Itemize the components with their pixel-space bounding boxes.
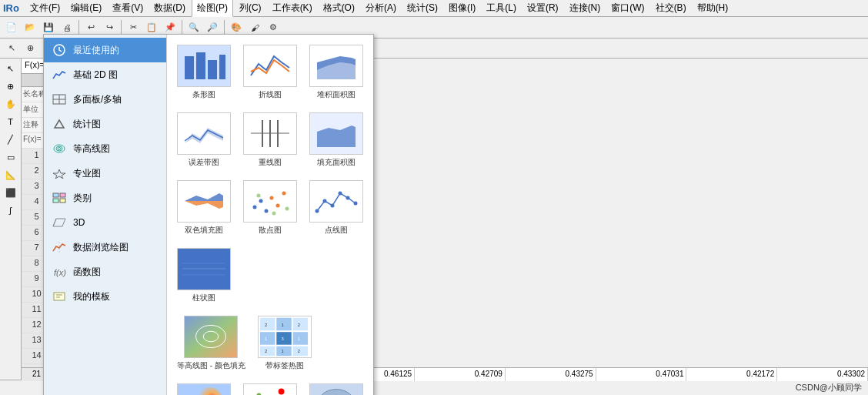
menu-analysis[interactable]: 分析(A) — [361, 0, 401, 16]
dd-recent[interactable]: 最近使用的 — [44, 38, 166, 62]
menu-edit[interactable]: 编辑(E) — [66, 0, 106, 16]
svg-rect-20 — [196, 52, 205, 79]
mytemplate-icon — [52, 289, 67, 304]
dd-browse[interactable]: 数据浏览绘图 — [44, 235, 166, 259]
new-button[interactable]: 📄 — [3, 19, 20, 36]
mask-tool[interactable]: ⬛ — [2, 184, 19, 201]
left-toolbar: ↖ ⊕ ✋ T ╱ ▭ 📐 ⬛ ∫ — [0, 59, 22, 395]
dd-basic2d-label: 基础 2D 图 — [73, 69, 118, 82]
chart-contourcolor[interactable]: 等高线图 - 颜色填充 — [173, 312, 249, 375]
svg-point-45 — [339, 192, 342, 196]
chart-multiline[interactable]: 重线图 — [239, 109, 301, 172]
dd-contour[interactable]: 等高线图 — [44, 136, 166, 161]
menu-connect[interactable]: 连接(N) — [565, 0, 606, 16]
svg-rect-12 — [60, 199, 65, 203]
draw-lt-tool[interactable]: ╱ — [2, 131, 19, 148]
sep3 — [182, 20, 182, 35]
svg-point-33 — [253, 206, 257, 209]
menubar: IRo 文件(F) 编辑(E) 查看(V) 数据(D) 绘图(P) 列(C) 工… — [0, 0, 868, 17]
chart-multiline-label: 重线图 — [259, 157, 282, 168]
menu-column[interactable]: 列(C) — [235, 0, 266, 16]
dd-basic2d[interactable]: 基础 2D 图 — [44, 62, 166, 87]
dd-category-label: 类别 — [73, 192, 92, 205]
dd-function[interactable]: f(x) 函数图 — [44, 259, 166, 284]
chart-dotline[interactable]: 点线图 — [305, 176, 367, 239]
formula-tool[interactable]: ∫ — [2, 202, 19, 219]
svg-point-40 — [272, 212, 276, 216]
sep4 — [224, 20, 225, 35]
chart-labeledheat-thumb: 2 1 2 1 3 1 2 1 2 — [258, 316, 312, 358]
chart-column[interactable]: 柱状图 — [173, 244, 235, 307]
special-icon — [52, 166, 67, 181]
bottom-cell[interactable]: 0.42709 — [415, 368, 506, 381]
menu-tools[interactable]: 工具(L) — [482, 0, 521, 16]
svg-marker-32 — [185, 201, 223, 209]
menu-settings[interactable]: 设置(R) — [522, 0, 563, 16]
chart-categoricalcontour-thumb — [309, 383, 363, 395]
chart-bar[interactable]: 条形图 — [173, 41, 235, 104]
chart-line[interactable]: 折线图 — [239, 41, 301, 104]
svg-rect-11 — [53, 199, 58, 203]
bottom-cell[interactable]: 0.42172 — [686, 368, 777, 381]
zoom-tool[interactable]: ⊕ — [22, 40, 38, 57]
svg-marker-8 — [53, 169, 65, 179]
arrow-tool[interactable]: ↖ — [3, 40, 20, 57]
menu-view[interactable]: 查看(V) — [108, 0, 148, 16]
chart-heatmap[interactable]: 热图 — [173, 380, 235, 395]
svg-point-42 — [315, 209, 319, 213]
basic2d-icon — [52, 67, 67, 82]
chart-errorband[interactable]: 误差带图 — [173, 109, 235, 172]
menu-plot[interactable]: 绘图(P) — [192, 0, 233, 17]
menu-window[interactable]: 窗口(W) — [606, 0, 649, 16]
bottom-cell[interactable]: 0.43302 — [777, 368, 868, 381]
chart-scatter[interactable]: 散点图 — [239, 176, 301, 239]
menu-statistics[interactable]: 统计(S) — [402, 0, 442, 16]
dd-category[interactable]: 类别 — [44, 186, 166, 210]
bottom-cell[interactable]: 0.43275 — [506, 368, 596, 381]
menu-social[interactable]: 社交(B) — [651, 0, 691, 16]
chart-area-label: 堆积面积图 — [317, 89, 356, 100]
chart-fillarea-label: 填充面积图 — [317, 157, 356, 168]
bottom-cell[interactable]: 0.47031 — [596, 368, 687, 381]
app-logo: IRo — [3, 2, 19, 14]
contour-icon — [52, 141, 67, 156]
pan-lt-tool[interactable]: ✋ — [2, 95, 19, 112]
menu-worksheet[interactable]: 工作表(K) — [268, 0, 317, 16]
svg-point-34 — [259, 199, 263, 203]
chart-line-thumb — [243, 45, 297, 87]
region-tool[interactable]: ▭ — [2, 149, 19, 166]
menu-data[interactable]: 数据(D) — [149, 0, 190, 16]
svg-point-46 — [346, 196, 350, 200]
chart-column-thumb — [177, 248, 231, 290]
svg-text:3: 3 — [281, 336, 283, 341]
menu-format[interactable]: 格式(O) — [319, 0, 359, 16]
svg-line-13 — [53, 219, 56, 226]
dd-3d[interactable]: 3D — [44, 210, 166, 235]
dd-mytemplate[interactable]: 我的模板 — [44, 284, 166, 309]
chart-dualfill[interactable]: 双色填充图 — [173, 176, 235, 239]
menu-help[interactable]: 帮助(H) — [693, 0, 733, 16]
dd-multi-label: 多面板/多轴 — [73, 93, 122, 106]
chart-labeledheat[interactable]: 2 1 2 1 3 1 2 1 2 带标签热图 — [254, 312, 315, 375]
svg-marker-4 — [55, 120, 64, 128]
chart-area[interactable]: 堆积面积图 — [305, 41, 367, 104]
chart-multiline-thumb — [243, 112, 297, 155]
svg-point-41 — [285, 207, 289, 211]
data-lt-tool[interactable]: 📐 — [2, 166, 19, 183]
zoom-lt-tool[interactable]: ⊕ — [2, 78, 19, 95]
chart-fillarea[interactable]: 填充面积图 — [305, 109, 367, 172]
svg-point-47 — [354, 202, 358, 206]
menu-image[interactable]: 图像(I) — [444, 0, 480, 16]
dd-multi[interactable]: 多面板/多轴 — [44, 87, 166, 112]
text-lt-tool[interactable]: T — [2, 113, 19, 130]
dd-special[interactable]: 专业图 — [44, 161, 166, 186]
menu-file[interactable]: 文件(F) — [25, 0, 65, 16]
select-tool[interactable]: ↖ — [2, 60, 19, 77]
chart-categoricalcontour[interactable]: 类别等高线 图 — [305, 380, 367, 395]
open-button[interactable]: 📂 — [22, 19, 38, 36]
chart-dotline-thumb — [309, 180, 363, 223]
dd-stats[interactable]: 统计图 — [44, 112, 166, 136]
dd-contour-label: 等高线图 — [73, 142, 110, 156]
chart-coloredot[interactable]: 彩点图 — [239, 380, 301, 395]
browse-icon — [52, 239, 67, 255]
